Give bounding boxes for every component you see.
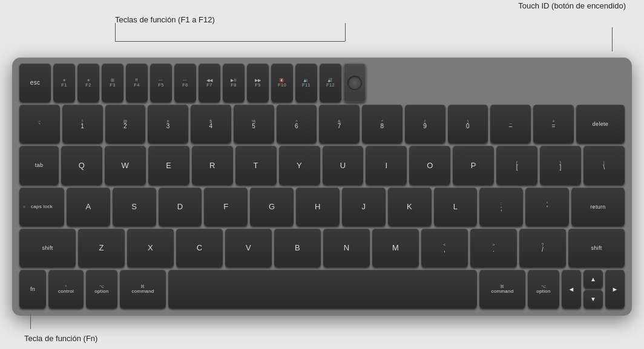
qwerty-row: tab Q W E R T Y U I O P {[ }] |\ — [19, 146, 625, 184]
key-7[interactable]: &7 — [319, 105, 360, 143]
key-f1[interactable]: ☀F1 — [53, 64, 75, 102]
key-m[interactable]: M — [372, 229, 419, 267]
key-space[interactable] — [168, 270, 477, 308]
key-f4[interactable]: ⠿F4 — [126, 64, 148, 102]
key-f5[interactable]: ⋯F5 — [150, 64, 172, 102]
key-s[interactable]: S — [113, 188, 156, 226]
keyboard: esc ☀F1 ☀F2 ⊞F3 ⠿F4 ⋯F5 ⋯F6 ◀◀F7 — [12, 57, 632, 316]
key-backtick[interactable]: ~` — [19, 105, 60, 143]
key-y[interactable]: Y — [279, 146, 320, 184]
key-l[interactable]: L — [434, 188, 478, 226]
key-x[interactable]: X — [127, 229, 174, 267]
key-f12[interactable]: 🔊F12 — [320, 64, 341, 102]
key-z[interactable]: Z — [78, 229, 125, 267]
key-a[interactable]: A — [67, 188, 110, 226]
key-d[interactable]: D — [159, 188, 202, 226]
asdf-row: caps lock A S D F G H J K L :; "' return — [19, 188, 625, 226]
key-f10[interactable]: 🔇F10 — [271, 64, 293, 102]
key-f6[interactable]: ⋯F6 — [174, 64, 196, 102]
key-backslash[interactable]: |\ — [583, 146, 625, 184]
key-quote[interactable]: "' — [525, 188, 569, 226]
key-capslock[interactable]: caps lock — [19, 188, 64, 226]
key-command-left[interactable]: ⌘ command — [120, 270, 166, 308]
key-semicolon[interactable]: :; — [479, 188, 523, 226]
key-arrow-down[interactable]: ▼ — [583, 290, 603, 308]
key-6[interactable]: ^6 — [277, 105, 317, 143]
key-r[interactable]: R — [192, 146, 233, 184]
key-f11[interactable]: 🔉F11 — [295, 64, 317, 102]
key-u[interactable]: U — [323, 146, 364, 184]
key-esc[interactable]: esc — [19, 64, 51, 102]
key-bracket-l[interactable]: {[ — [496, 146, 537, 184]
key-9[interactable]: (9 — [405, 105, 445, 143]
key-tab[interactable]: tab — [19, 146, 59, 184]
key-c[interactable]: C — [176, 229, 223, 267]
key-5[interactable]: %5 — [234, 105, 274, 143]
key-e[interactable]: E — [148, 146, 189, 184]
number-row: ~` !1 @2 #3 $4 %5 ^6 &7 *8 (9 )0 _– += d… — [19, 105, 625, 143]
zxcv-row: shift Z X C V B N M <, >. ?/ shift — [19, 229, 625, 267]
key-8[interactable]: *8 — [362, 105, 402, 143]
key-equal[interactable]: += — [533, 105, 574, 143]
key-control[interactable]: ^ control — [48, 270, 84, 308]
key-shift-left[interactable]: shift — [19, 229, 76, 267]
key-n[interactable]: N — [323, 229, 370, 267]
key-comma[interactable]: <, — [421, 229, 468, 267]
key-f3[interactable]: ⊞F3 — [102, 64, 123, 102]
key-f7[interactable]: ◀◀F7 — [199, 64, 220, 102]
key-f2[interactable]: ☀F2 — [77, 64, 99, 102]
key-t[interactable]: T — [235, 146, 277, 184]
key-f9[interactable]: ▶▶F9 — [247, 64, 269, 102]
fn-keys-annotation: Teclas de función (F1 a F12) — [115, 15, 215, 25]
fn-key-annotation: Tecla de función (Fn) — [24, 334, 97, 344]
key-f[interactable]: F — [204, 188, 248, 226]
touch-id-annotation: Touch ID (botón de encendido) — [518, 1, 626, 11]
key-arrow-up[interactable]: ▲ — [583, 270, 603, 289]
key-delete[interactable]: delete — [576, 105, 625, 143]
key-v[interactable]: V — [225, 229, 272, 267]
key-command-right[interactable]: ⌘ command — [479, 270, 525, 308]
key-slash[interactable]: ?/ — [519, 229, 566, 267]
key-b[interactable]: B — [274, 229, 321, 267]
key-bracket-r[interactable]: }] — [540, 146, 581, 184]
key-q[interactable]: Q — [61, 146, 102, 184]
key-i[interactable]: I — [366, 146, 407, 184]
key-period[interactable]: >. — [470, 229, 517, 267]
key-option-right[interactable]: ⌥ option — [528, 270, 559, 308]
key-minus[interactable]: _– — [490, 105, 531, 143]
key-touch-id[interactable] — [344, 64, 366, 102]
key-k[interactable]: K — [388, 188, 432, 226]
key-4[interactable]: $4 — [191, 105, 231, 143]
key-g[interactable]: G — [250, 188, 294, 226]
key-return[interactable]: return — [571, 188, 625, 226]
key-fn[interactable]: fn — [19, 270, 46, 308]
key-arrow-right[interactable]: ► — [605, 270, 625, 308]
key-1[interactable]: !1 — [62, 105, 103, 143]
key-j[interactable]: J — [342, 188, 386, 226]
key-h[interactable]: H — [296, 188, 340, 226]
key-option-left[interactable]: ⌥ option — [86, 270, 117, 308]
key-shift-right[interactable]: shift — [568, 229, 625, 267]
modifier-row: fn ^ control ⌥ option ⌘ command ⌘ comman… — [19, 270, 625, 308]
key-w[interactable]: W — [105, 146, 146, 184]
key-0[interactable]: )0 — [448, 105, 488, 143]
key-2[interactable]: @2 — [105, 105, 146, 143]
key-o[interactable]: O — [409, 146, 450, 184]
key-f8[interactable]: ▶llF8 — [223, 64, 245, 102]
key-3[interactable]: #3 — [148, 105, 188, 143]
fn-key-row: esc ☀F1 ☀F2 ⊞F3 ⠿F4 ⋯F5 ⋯F6 ◀◀F7 — [19, 64, 625, 102]
key-p[interactable]: P — [453, 146, 494, 184]
key-arrow-left[interactable]: ◄ — [562, 270, 581, 308]
